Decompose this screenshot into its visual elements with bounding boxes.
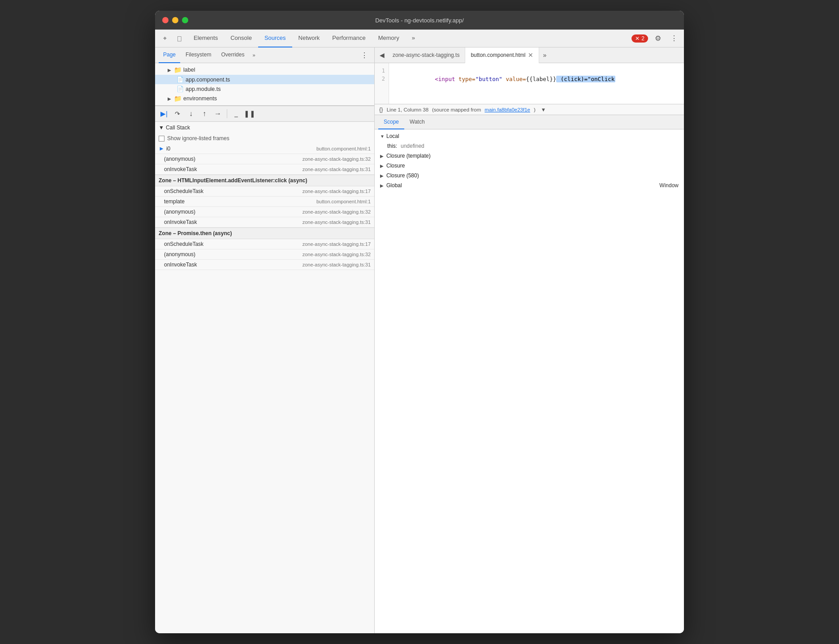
scope-local-group[interactable]: ▼ Local	[375, 131, 684, 141]
status-dropdown-icon[interactable]: ▼	[541, 107, 546, 112]
line-numbers: 1 2	[375, 63, 389, 104]
call-frame-onScheduleTask-2[interactable]: onScheduleTask zone-async-stack-tagging.…	[155, 239, 374, 249]
frame-name-anon3: (anonymous)	[164, 251, 303, 258]
call-frame-onInvokeTask-2[interactable]: onInvokeTask zone-async-stack-tagging.ts…	[155, 217, 374, 228]
frame-loc-invoke3: zone-async-stack-tagging.ts:31	[303, 262, 371, 267]
folder-name-label: label	[183, 67, 195, 73]
code-line-1: <input type="button" value={{label}} (cl…	[394, 67, 679, 92]
scope-closure-template-label: Closure (template)	[386, 153, 431, 159]
show-frames-checkbox[interactable]	[159, 136, 164, 142]
editor-tab-button-component-label: button.component.html	[471, 52, 525, 58]
editor-tab-button-component[interactable]: button.component.html ✕	[465, 47, 539, 63]
frame-loc-invoke2: zone-async-stack-tagging.ts:31	[303, 219, 371, 225]
editor-nav-left[interactable]: ◀	[376, 50, 387, 60]
scope-global-group[interactable]: ▶ Global Window	[375, 180, 684, 190]
folder-name-environments: environments	[183, 95, 217, 102]
resume-button[interactable]: ▶|	[159, 108, 169, 119]
tab-memory[interactable]: Memory	[372, 30, 406, 47]
expand-arrow-environments: ▶	[168, 96, 172, 101]
folder-environments[interactable]: ▶ 📁 environments	[155, 94, 374, 103]
sub-tab-page[interactable]: Page	[159, 47, 180, 63]
frame-loc-schedule2: zone-async-stack-tagging.ts:17	[303, 241, 371, 247]
scope-local-expand: ▼	[380, 134, 385, 139]
scope-tab-scope[interactable]: Scope	[378, 115, 404, 129]
code-click-handler: (click)="onClick	[556, 76, 615, 82]
sub-tab-more[interactable]: »	[250, 47, 258, 63]
breakpoints-button[interactable]: ⎯	[231, 108, 242, 119]
status-source-map-link[interactable]: main.fa8bfa0e23f1e	[484, 107, 530, 112]
show-frames-label: Show ignore-listed frames	[167, 135, 229, 142]
format-icon[interactable]: {}	[379, 106, 383, 113]
tab-elements[interactable]: Elements	[187, 30, 224, 47]
async-label-1: Zone – HTMLInputElement.addEventListener…	[155, 175, 374, 186]
scope-local-label: Local	[386, 133, 399, 139]
folder-icon-label: 📁	[174, 66, 182, 73]
call-frame-anonymous-3[interactable]: (anonymous) zone-async-stack-tagging.ts:…	[155, 249, 374, 260]
code-expr-label: {{label}}	[526, 76, 557, 82]
scope-this-item[interactable]: this: undefined	[375, 141, 684, 151]
close-button[interactable]	[162, 17, 169, 23]
expand-arrow-label: ▶	[168, 68, 172, 73]
sub-tab-dots[interactable]: ⋮	[358, 47, 371, 63]
editor-tab-zone-async[interactable]: zone-async-stack-tagging.ts	[387, 47, 465, 63]
settings-icon[interactable]: ⚙	[652, 32, 664, 45]
step-out-button[interactable]: ↑	[199, 108, 210, 119]
editor-tab-more[interactable]: »	[541, 52, 548, 59]
maximize-button[interactable]	[182, 17, 188, 23]
pause-button[interactable]: ❚❚	[244, 108, 255, 119]
step-button[interactable]: →	[212, 108, 223, 119]
minimize-button[interactable]	[172, 17, 178, 23]
call-stack-header[interactable]: ▼ Call Stack	[155, 122, 374, 133]
more-options-icon[interactable]: ⋮	[668, 32, 680, 45]
right-panel: ◀ zone-async-stack-tagging.ts button.com…	[375, 47, 684, 633]
call-frame-anonymous-1[interactable]: (anonymous) zone-async-stack-tagging.ts:…	[155, 154, 374, 164]
inspect-icon[interactable]: ⌖	[159, 32, 171, 45]
scope-closure-group[interactable]: ▶ Closure	[375, 161, 684, 171]
scope-panel: Scope Watch ▼ Local this: undefined	[375, 115, 684, 633]
frame-loc-anon3: zone-async-stack-tagging.ts:32	[303, 252, 371, 257]
file-app-component[interactable]: 📄 app.component.ts	[155, 75, 374, 84]
step-into-button[interactable]: ↓	[186, 108, 196, 119]
tab-sources[interactable]: Sources	[258, 30, 292, 47]
show-frames-row: Show ignore-listed frames	[155, 133, 374, 143]
scope-tab-watch[interactable]: Watch	[404, 115, 430, 129]
status-bar: {} Line 1, Column 38 (source mapped from…	[375, 104, 684, 115]
call-frame-anonymous-2[interactable]: (anonymous) zone-async-stack-tagging.ts:…	[155, 207, 374, 217]
async-label-2: Zone – Promise.then (async)	[155, 228, 374, 239]
call-frame-onInvokeTask-3[interactable]: onInvokeTask zone-async-stack-tagging.ts…	[155, 260, 374, 270]
tab-network[interactable]: Network	[292, 30, 326, 47]
scope-closure-580-group[interactable]: ▶ Closure (580)	[375, 171, 684, 180]
file-icon-app-module: 📄	[177, 86, 184, 92]
current-frame-arrow: ►	[159, 145, 164, 152]
step-over-button[interactable]: ↷	[172, 108, 183, 119]
editor-tab-bar: ◀ zone-async-stack-tagging.ts button.com…	[375, 47, 684, 63]
device-icon[interactable]: ⎕	[173, 32, 186, 45]
call-stack-title: Call Stack	[166, 125, 190, 131]
editor-tab-close-icon[interactable]: ✕	[528, 52, 533, 58]
sub-tab-filesystem[interactable]: Filesystem	[181, 47, 216, 63]
call-frame-onInvokeTask-1[interactable]: onInvokeTask zone-async-stack-tagging.ts…	[155, 164, 374, 175]
sub-tab-overrides[interactable]: Overrides	[216, 47, 249, 63]
scope-global-expand: ▶	[380, 183, 385, 188]
scope-closure-template-expand: ▶	[380, 154, 385, 159]
code-editor[interactable]: 1 2 <input type="button" value={{label}}…	[375, 63, 684, 104]
frame-loc-schedule1: zone-async-stack-tagging.ts:17	[303, 189, 371, 194]
frame-name-schedule2: onScheduleTask	[164, 241, 303, 247]
call-frame-onScheduleTask-1[interactable]: onScheduleTask zone-async-stack-tagging.…	[155, 186, 374, 197]
error-x-icon: ✕	[635, 35, 640, 42]
file-name-app-module: app.module.ts	[186, 86, 221, 92]
folder-label[interactable]: ▶ 📁 label	[155, 65, 374, 75]
tab-more[interactable]: »	[406, 30, 421, 47]
error-count: 2	[641, 35, 644, 42]
call-stack-expand: ▼	[159, 125, 164, 131]
tab-console[interactable]: Console	[224, 30, 258, 47]
scope-closure-template-group[interactable]: ▶ Closure (template)	[375, 151, 684, 161]
scope-closure-580-expand: ▶	[380, 173, 385, 178]
tab-performance[interactable]: Performance	[326, 30, 372, 47]
call-frame-template-1[interactable]: template button.component.html:1	[155, 197, 374, 207]
left-panel: Page Filesystem Overrides » ⋮ ▶ 📁 label …	[155, 47, 375, 633]
file-app-module[interactable]: 📄 app.module.ts	[155, 84, 374, 94]
call-frame-i0[interactable]: ► i0 button.component.html:1	[155, 143, 374, 154]
error-badge[interactable]: ✕ 2	[631, 34, 648, 43]
scope-tabs: Scope Watch	[375, 115, 684, 129]
